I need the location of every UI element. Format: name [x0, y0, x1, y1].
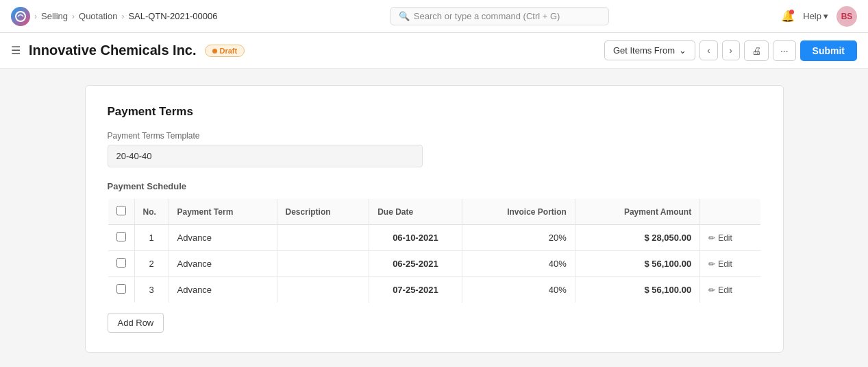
row-checkbox-cell	[108, 277, 134, 303]
col-header-description: Description	[277, 199, 369, 225]
add-row-button[interactable]: Add Row	[108, 313, 164, 333]
edit-label: Edit	[718, 285, 732, 295]
row-invoice-portion: 40%	[462, 277, 575, 303]
search-bar[interactable]: 🔍 Search or type a command (Ctrl + G)	[390, 7, 609, 25]
select-all-checkbox[interactable]	[116, 206, 126, 215]
edit-label: Edit	[718, 259, 732, 269]
row-due-date: 07-25-2021	[369, 277, 462, 303]
status-badge: Draft	[205, 45, 245, 57]
schedule-label: Payment Schedule	[108, 181, 761, 191]
navbar: › Selling › Quotation › SAL-QTN-2021-000…	[0, 0, 868, 33]
app-logo[interactable]	[11, 7, 30, 26]
row-no: 3	[134, 277, 169, 303]
row-description	[277, 225, 369, 251]
svg-point-0	[16, 12, 25, 21]
get-items-label: Get Items From	[613, 45, 675, 56]
row-checkbox-2[interactable]	[116, 258, 126, 268]
row-payment-amount: $ 28,050.00	[575, 225, 699, 251]
row-edit-cell: ✏ Edit	[700, 277, 760, 303]
row-payment-amount: $ 56,100.00	[575, 251, 699, 277]
row-description	[277, 251, 369, 277]
user-avatar[interactable]: BS	[836, 6, 857, 27]
get-items-chevron-icon: ⌄	[679, 45, 686, 56]
edit-pencil-icon: ✏	[708, 259, 715, 269]
edit-row-button-3[interactable]: ✏ Edit	[708, 285, 732, 295]
template-field-label: Payment Terms Template	[108, 131, 761, 141]
page-title: Innovative Chemicals Inc.	[29, 43, 197, 58]
edit-row-button-1[interactable]: ✏ Edit	[708, 233, 732, 243]
more-options-button[interactable]: ···	[773, 40, 796, 61]
row-checkbox-cell	[108, 225, 134, 251]
toolbar-left: ☰ Innovative Chemicals Inc. Draft	[11, 43, 245, 58]
edit-pencil-icon: ✏	[708, 285, 715, 295]
row-payment-amount: $ 56,100.00	[575, 277, 699, 303]
table-row: 3 Advance 07-25-2021 40% $ 56,100.00 ✏ E…	[108, 277, 760, 303]
prev-record-button[interactable]: ‹	[699, 40, 717, 60]
col-header-actions	[700, 199, 760, 225]
print-button[interactable]: 🖨	[744, 40, 769, 61]
help-label: Help	[803, 11, 821, 21]
notification-dot	[789, 10, 794, 14]
next-record-button[interactable]: ›	[722, 40, 740, 60]
search-placeholder-text: Search or type a command (Ctrl + G)	[414, 11, 560, 21]
row-invoice-portion: 20%	[462, 225, 575, 251]
payment-terms-card: Payment Terms Payment Terms Template 20-…	[85, 85, 784, 353]
row-payment-term: Advance	[169, 225, 277, 251]
breadcrumb-sep-3: ›	[121, 12, 124, 21]
row-payment-term: Advance	[169, 277, 277, 303]
col-header-payment-term: Payment Term	[169, 199, 277, 225]
row-description	[277, 277, 369, 303]
secondary-toolbar: ☰ Innovative Chemicals Inc. Draft Get It…	[0, 33, 868, 69]
col-header-checkbox	[108, 199, 134, 225]
section-title: Payment Terms	[108, 105, 761, 119]
search-area: 🔍 Search or type a command (Ctrl + G)	[217, 7, 781, 25]
col-header-payment-amount: Payment Amount	[575, 199, 699, 225]
hamburger-menu-button[interactable]: ☰	[11, 44, 21, 57]
template-field-value[interactable]: 20-40-40	[108, 145, 423, 167]
row-edit-cell: ✏ Edit	[700, 225, 760, 251]
toolbar-right: Get Items From ⌄ ‹ › 🖨 ··· Submit	[604, 40, 857, 61]
row-no: 1	[134, 225, 169, 251]
help-chevron-icon: ▾	[823, 11, 828, 21]
row-invoice-portion: 40%	[462, 251, 575, 277]
row-no: 2	[134, 251, 169, 277]
draft-badge-label: Draft	[220, 47, 238, 55]
row-checkbox-1[interactable]	[116, 232, 126, 241]
notification-bell-button[interactable]: 🔔	[781, 10, 795, 23]
main-content: Payment Terms Payment Terms Template 20-…	[0, 69, 868, 367]
payment-schedule-table: No. Payment Term Description Due Date In…	[108, 198, 761, 303]
table-row: 2 Advance 06-25-2021 40% $ 56,100.00 ✏ E…	[108, 251, 760, 277]
edit-row-button-2[interactable]: ✏ Edit	[708, 259, 732, 269]
draft-dot-icon	[212, 49, 217, 54]
submit-button[interactable]: Submit	[800, 40, 857, 61]
col-header-due-date: Due Date	[369, 199, 462, 225]
edit-label: Edit	[718, 233, 732, 243]
edit-pencil-icon: ✏	[708, 233, 715, 243]
breadcrumb-sep-2: ›	[72, 12, 75, 21]
search-icon: 🔍	[399, 11, 410, 21]
template-field: Payment Terms Template 20-40-40	[108, 131, 761, 167]
col-header-no: No.	[134, 199, 169, 225]
help-button[interactable]: Help ▾	[803, 11, 828, 21]
navbar-actions: 🔔 Help ▾ BS	[781, 6, 857, 27]
get-items-button[interactable]: Get Items From ⌄	[604, 40, 695, 60]
row-checkbox-3[interactable]	[116, 284, 126, 294]
row-payment-term: Advance	[169, 251, 277, 277]
row-due-date: 06-10-2021	[369, 225, 462, 251]
col-header-invoice-portion: Invoice Portion	[462, 199, 575, 225]
breadcrumb-doc-id[interactable]: SAL-QTN-2021-00006	[128, 11, 217, 21]
breadcrumb-selling[interactable]: Selling	[41, 11, 68, 21]
breadcrumb-sep-1: ›	[34, 12, 37, 21]
row-edit-cell: ✏ Edit	[700, 251, 760, 277]
row-due-date: 06-25-2021	[369, 251, 462, 277]
table-row: 1 Advance 06-10-2021 20% $ 28,050.00 ✏ E…	[108, 225, 760, 251]
breadcrumb-area: › Selling › Quotation › SAL-QTN-2021-000…	[11, 7, 217, 26]
breadcrumb-quotation[interactable]: Quotation	[79, 11, 117, 21]
row-checkbox-cell	[108, 251, 134, 277]
